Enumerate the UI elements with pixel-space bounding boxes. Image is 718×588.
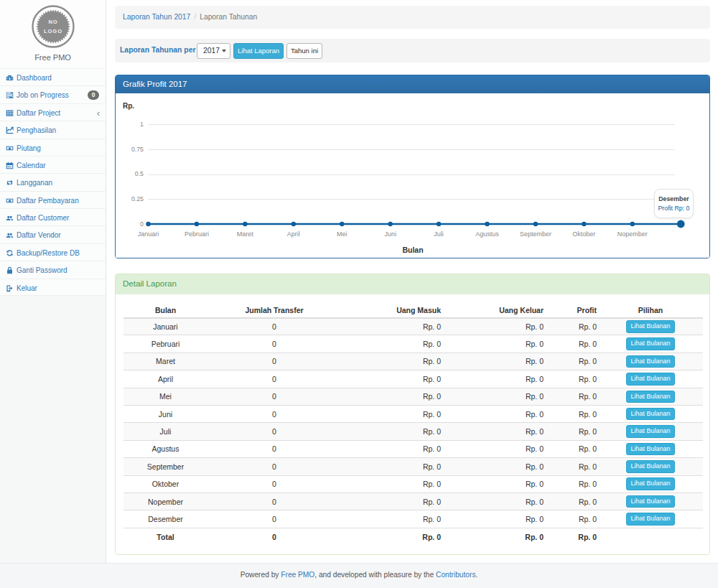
svg-text:LOGO: LOGO (44, 28, 62, 34)
svg-text:NO: NO (48, 19, 57, 25)
